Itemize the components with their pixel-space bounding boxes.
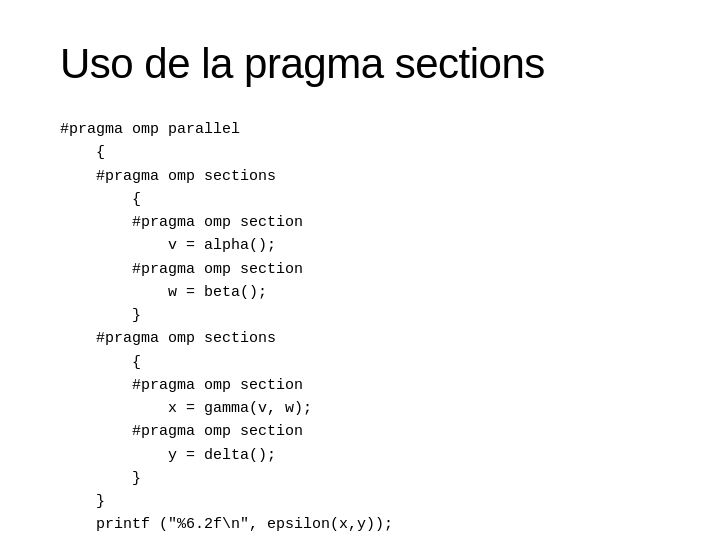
slide-title: Uso de la pragma sections bbox=[60, 40, 660, 88]
slide-container: Uso de la pragma sections #pragma omp pa… bbox=[0, 0, 720, 540]
code-block: #pragma omp parallel { #pragma omp secti… bbox=[60, 118, 660, 537]
